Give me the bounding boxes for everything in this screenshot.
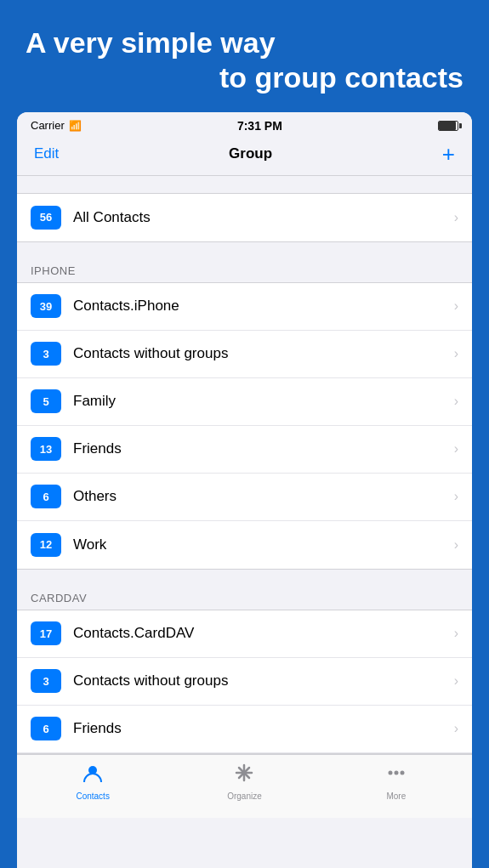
organize-icon xyxy=(233,762,255,789)
badge: 39 xyxy=(31,294,61,318)
status-bar: Carrier 📶 7:31 PM xyxy=(17,112,472,136)
all-contacts-section: 56 All Contacts › xyxy=(17,193,472,242)
carddav-section-header: CARDDAV xyxy=(17,587,472,610)
hero-line1: A very simple way xyxy=(26,26,276,59)
list-item[interactable]: 17 Contacts.CardDAV › xyxy=(17,610,472,658)
badge: 5 xyxy=(31,389,61,413)
badge: 12 xyxy=(31,533,61,557)
tab-contacts[interactable]: Contacts xyxy=(17,762,168,801)
svg-point-6 xyxy=(394,770,398,774)
list-item[interactable]: 39 Contacts.iPhone › xyxy=(17,283,472,331)
chevron-icon: › xyxy=(454,394,458,409)
status-carrier: Carrier 📶 xyxy=(31,119,82,132)
chevron-icon: › xyxy=(454,626,458,641)
carddav-section: 17 Contacts.CardDAV › 3 Contacts without… xyxy=(17,610,472,754)
chevron-icon: › xyxy=(454,346,458,361)
hero-line2: to group contacts xyxy=(26,60,463,95)
chevron-icon: › xyxy=(454,489,458,504)
hero-section: A very simple way to group contacts xyxy=(0,0,489,112)
add-button[interactable]: + xyxy=(442,143,455,165)
all-contacts-badge: 56 xyxy=(31,206,61,230)
top-spacer xyxy=(17,176,472,193)
battery-icon xyxy=(438,121,458,131)
all-contacts-label: All Contacts xyxy=(73,209,454,226)
chevron-icon: › xyxy=(454,441,458,457)
badge: 6 xyxy=(31,717,61,740)
organize-tab-label: Organize xyxy=(227,791,262,801)
phone-frame: Carrier 📶 7:31 PM Edit Group + 56 All Co… xyxy=(17,112,472,868)
item-label: Contacts.CardDAV xyxy=(73,625,454,642)
more-tab-label: More xyxy=(386,791,406,801)
item-label: Friends xyxy=(73,440,454,457)
status-time: 7:31 PM xyxy=(237,119,282,133)
chevron-icon: › xyxy=(454,298,458,314)
list-item[interactable]: 3 Contacts without groups › xyxy=(17,331,472,378)
tab-more[interactable]: More xyxy=(321,762,472,801)
svg-point-5 xyxy=(388,770,392,774)
chevron-icon: › xyxy=(454,537,458,553)
item-label: Family xyxy=(73,393,454,410)
list-item[interactable]: 6 Friends › xyxy=(17,706,472,753)
navigation-bar: Edit Group + xyxy=(17,136,472,176)
item-label: Contacts.iPhone xyxy=(73,298,454,315)
item-label: Friends xyxy=(73,720,454,737)
chevron-icon: › xyxy=(454,673,458,689)
list-item[interactable]: 6 Others › xyxy=(17,474,472,521)
badge: 17 xyxy=(31,621,61,645)
badge: 13 xyxy=(31,437,61,461)
item-label: Contacts without groups xyxy=(73,672,454,689)
list-item[interactable]: 3 Contacts without groups › xyxy=(17,658,472,706)
all-contacts-item[interactable]: 56 All Contacts › xyxy=(17,194,472,241)
tab-organize[interactable]: Organize xyxy=(168,762,320,801)
hero-title: A very simple way to group contacts xyxy=(26,26,463,95)
chevron-icon: › xyxy=(454,721,458,736)
list-item[interactable]: 5 Family › xyxy=(17,378,472,426)
status-battery xyxy=(438,121,458,131)
content-area: 56 All Contacts › IPHONE 39 Contacts.iPh… xyxy=(17,176,472,754)
chevron-icon: › xyxy=(454,210,458,225)
spacer-2 xyxy=(17,570,472,587)
list-item[interactable]: 12 Work › xyxy=(17,521,472,569)
item-label: Contacts without groups xyxy=(73,345,454,362)
badge: 3 xyxy=(31,342,61,366)
wifi-icon: 📶 xyxy=(69,120,82,132)
badge: 3 xyxy=(31,669,61,693)
list-item[interactable]: 13 Friends › xyxy=(17,426,472,474)
tab-bar: Contacts Organize More xyxy=(17,754,472,818)
nav-title: Group xyxy=(229,145,272,162)
contacts-icon xyxy=(82,762,104,789)
svg-point-7 xyxy=(400,770,404,774)
more-icon xyxy=(385,762,407,789)
contacts-tab-label: Contacts xyxy=(76,791,109,801)
badge: 6 xyxy=(31,485,61,508)
spacer-1 xyxy=(17,242,472,259)
item-label: Others xyxy=(73,488,454,505)
item-label: Work xyxy=(73,536,454,553)
edit-button[interactable]: Edit xyxy=(34,145,59,162)
iphone-section-header: IPHONE xyxy=(17,259,472,282)
iphone-section: 39 Contacts.iPhone › 3 Contacts without … xyxy=(17,282,472,570)
